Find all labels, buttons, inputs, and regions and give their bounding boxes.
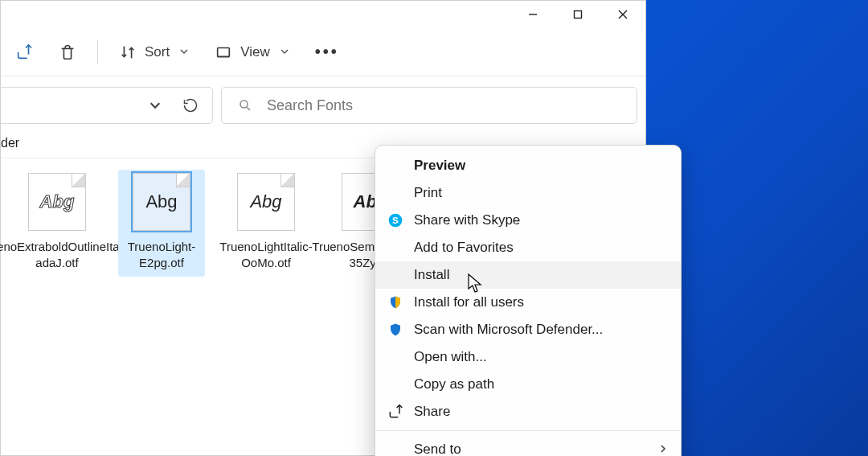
menu-open-with[interactable]: Open with...	[375, 343, 681, 371]
file-name: TruenoLightItalic-OoMo.otf	[219, 239, 312, 270]
sort-label: Sort	[145, 44, 170, 60]
view-button[interactable]: View	[203, 36, 301, 68]
view-icon	[215, 43, 232, 61]
menu-install-all-users[interactable]: Install for all users	[375, 289, 681, 316]
shield-icon	[387, 294, 404, 311]
file-item[interactable]: Abg TruenoExtraboldOutlineItalic-adaJ.ot…	[17, 173, 97, 277]
skype-icon: S	[387, 212, 404, 229]
chevron-right-icon	[658, 442, 668, 456]
refresh-icon[interactable]	[182, 97, 199, 114]
file-name: TruenoLight-E2pg.otf	[118, 239, 205, 270]
toolbar: Sort View •••	[1, 28, 645, 76]
file-item[interactable]: Abg TruenoLight-E2pg.otf	[118, 170, 205, 277]
svg-line-7	[247, 107, 250, 110]
menu-install[interactable]: Install	[375, 261, 681, 289]
maximize-button[interactable]	[555, 1, 600, 28]
svg-text:S: S	[392, 215, 399, 225]
ellipsis-icon: •••	[315, 43, 339, 61]
menu-scan-defender[interactable]: Scan with Microsoft Defender...	[375, 316, 681, 343]
delete-toolbar-button[interactable]	[47, 36, 88, 68]
menu-preview[interactable]: Preview	[375, 152, 681, 179]
svg-rect-1	[575, 11, 582, 18]
file-name: TruenoExtraboldOutlineItalic-adaJ.otf	[0, 239, 135, 270]
sort-button[interactable]: Sort	[108, 36, 200, 68]
toolbar-divider	[97, 40, 98, 64]
search-placeholder: Search Fonts	[267, 97, 353, 114]
svg-rect-4	[218, 47, 230, 56]
nav-row: Search Fonts	[1, 76, 645, 134]
sort-icon	[119, 43, 137, 61]
more-button[interactable]: •••	[304, 36, 350, 68]
menu-share[interactable]: Share	[375, 398, 681, 425]
svg-point-6	[240, 101, 248, 108]
menu-print[interactable]: Print	[375, 179, 681, 207]
menu-copy-path[interactable]: Copy as path	[375, 371, 681, 398]
chevron-down-icon[interactable]	[146, 97, 164, 114]
chevron-down-icon	[179, 44, 189, 60]
menu-send-to[interactable]: Send to	[375, 436, 681, 456]
font-thumb: Abg	[237, 173, 295, 231]
share-icon	[387, 403, 404, 421]
share-toolbar-button[interactable]	[4, 36, 44, 68]
menu-share-skype[interactable]: S Share with Skype	[375, 207, 681, 234]
search-input[interactable]: Search Fonts	[221, 87, 637, 124]
trash-icon	[59, 43, 76, 61]
chevron-down-icon	[280, 44, 289, 60]
search-icon	[236, 97, 254, 114]
minimize-button[interactable]	[510, 1, 555, 28]
address-bar[interactable]	[0, 87, 213, 124]
menu-separator	[375, 430, 681, 431]
view-label: View	[240, 44, 270, 60]
defender-icon	[387, 321, 404, 339]
file-item[interactable]: Abg TruenoLightItalic-OoMo.otf	[226, 173, 306, 277]
font-thumb: Abg	[28, 173, 86, 231]
share-icon	[15, 43, 33, 61]
menu-add-favorites[interactable]: Add to Favorites	[375, 234, 681, 261]
close-button[interactable]	[600, 1, 645, 28]
titlebar	[1, 1, 645, 28]
context-menu: Preview Print S Share with Skype Add to …	[375, 145, 682, 456]
font-thumb: Abg	[133, 173, 190, 231]
